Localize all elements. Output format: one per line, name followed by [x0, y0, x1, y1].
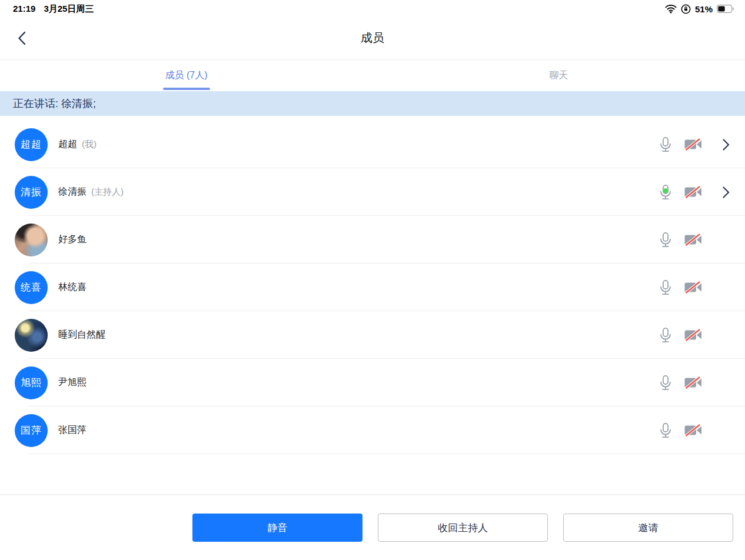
member-role-suffix: (我): [82, 139, 97, 150]
camera-off-icon: [684, 138, 702, 151]
avatar-initials: 统喜: [21, 281, 42, 294]
microphone-icon: [658, 327, 673, 344]
avatar: 旭熙: [15, 366, 48, 399]
microphone-icon: [658, 375, 673, 391]
member-list: 超超 超超 (我): [0, 116, 745, 454]
status-time: 21:19: [13, 4, 35, 15]
avatar-initials: 旭熙: [21, 376, 42, 389]
avatar-photo: [15, 224, 48, 256]
member-name-text: 徐清振: [58, 186, 87, 198]
avatar: 国萍: [15, 414, 48, 447]
camera-off-icon: [684, 424, 702, 437]
speaking-banner: 正在讲话: 徐清振;: [0, 91, 745, 116]
active-tab-underline: [163, 88, 210, 90]
microphone-icon: [658, 136, 673, 153]
microphone-icon: [658, 422, 673, 439]
avatar: 统喜: [15, 271, 48, 304]
member-row[interactable]: 超超 超超 (我): [0, 121, 745, 168]
back-button[interactable]: [13, 16, 31, 59]
camera-off-icon: [684, 233, 702, 246]
camera-off-icon: [684, 376, 702, 389]
reclaim-host-button[interactable]: 收回主持人: [378, 514, 548, 542]
member-name-text: 睡到自然醒: [58, 329, 105, 341]
member-row[interactable]: 国萍 张国萍: [0, 406, 745, 454]
speaking-banner-text: 正在讲话: 徐清振;: [13, 96, 96, 111]
footer-bar: 静音 收回主持人 邀请: [0, 494, 745, 560]
status-bar: 21:19 3月25日周三: [0, 0, 745, 16]
member-name: 张国萍: [58, 424, 87, 436]
page-title: 成员: [0, 30, 745, 46]
tab-members[interactable]: 成员 (7人): [0, 60, 372, 91]
member-role-suffix: (主持人): [91, 186, 124, 198]
avatar: 清振: [15, 176, 48, 209]
avatar-photo: [15, 319, 48, 352]
avatar: 超超: [15, 128, 48, 161]
member-row-icons: [658, 184, 745, 201]
invite-button[interactable]: 邀请: [563, 514, 733, 542]
member-row[interactable]: 清振 徐清振 (主持人): [0, 168, 745, 216]
camera-off-icon: [684, 328, 702, 342]
member-row-icons: [658, 136, 745, 153]
tab-bar: 成员 (7人) 聊天: [0, 60, 745, 91]
tab-chat[interactable]: 聊天: [372, 60, 745, 91]
chevron-right-icon[interactable]: [722, 139, 730, 151]
member-name-text: 超超: [58, 138, 77, 151]
member-name: 林统喜: [58, 281, 87, 294]
member-row-icons: [658, 422, 745, 439]
chevron-right-icon[interactable]: [722, 186, 730, 198]
status-date: 3月25日周三: [44, 4, 94, 15]
avatar-initials: 国萍: [21, 424, 42, 437]
tab-chat-label: 聊天: [550, 69, 568, 82]
microphone-icon: [658, 279, 673, 296]
members-screen: 21:19 3月25日周三: [0, 0, 745, 560]
member-name-text: 林统喜: [58, 281, 87, 294]
avatar-initials: 清振: [21, 185, 42, 199]
member-row[interactable]: 旭熙 尹旭熙: [0, 359, 745, 406]
member-name: 好多鱼: [58, 234, 87, 246]
camera-off-icon: [684, 185, 702, 199]
back-chevron-icon: [18, 31, 26, 45]
member-name: 徐清振 (主持人): [58, 186, 124, 198]
microphone-icon: [658, 232, 673, 248]
member-row[interactable]: 统喜 林统喜: [0, 264, 745, 311]
member-name-text: 好多鱼: [58, 234, 87, 246]
avatar-initials: 超超: [21, 138, 42, 151]
battery-percent: 51%: [695, 4, 713, 14]
member-row-icons: [658, 327, 745, 344]
member-row-icons: [658, 279, 745, 296]
member-name: 超超 (我): [58, 138, 97, 151]
member-name-text: 张国萍: [58, 424, 87, 436]
member-row-icons: [658, 375, 745, 391]
orientation-lock-icon: [681, 4, 691, 14]
wifi-icon: [665, 5, 677, 14]
member-name-text: 尹旭熙: [58, 376, 87, 389]
member-name: 尹旭熙: [58, 376, 87, 389]
member-name: 睡到自然醒: [58, 329, 105, 341]
camera-off-icon: [684, 281, 702, 294]
member-row[interactable]: 好多鱼: [0, 216, 745, 264]
header: 成员: [0, 16, 745, 60]
mute-button[interactable]: 静音: [192, 514, 362, 542]
member-row-icons: [658, 232, 745, 248]
battery-icon: [717, 5, 734, 13]
microphone-icon: [658, 184, 673, 201]
member-row[interactable]: 睡到自然醒: [0, 311, 745, 359]
tab-members-label: 成员 (7人): [165, 69, 208, 82]
